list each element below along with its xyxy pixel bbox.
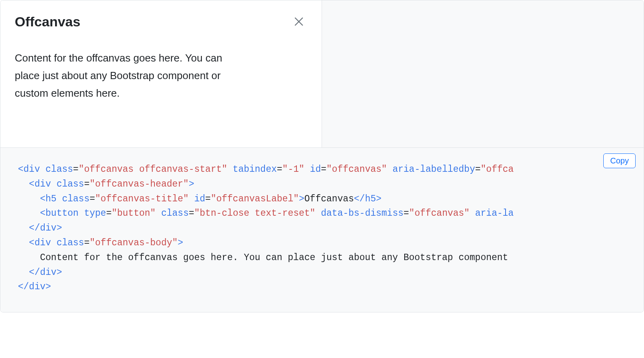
close-icon	[294, 16, 304, 27]
example-preview: Offcanvas Content for the offcanvas goes…	[0, 0, 644, 147]
example-container: Offcanvas Content for the offcanvas goes…	[0, 0, 644, 312]
close-button[interactable]	[290, 13, 307, 30]
copy-button[interactable]: Copy	[603, 153, 636, 168]
offcanvas-panel: Offcanvas Content for the offcanvas goes…	[0, 0, 322, 147]
offcanvas-header: Offcanvas	[0, 0, 322, 40]
code-block: Copy <div class="offcanvas offcanvas-sta…	[0, 147, 644, 312]
offcanvas-title: Offcanvas	[15, 14, 80, 30]
code-snippet: <div class="offcanvas offcanvas-start" t…	[18, 162, 626, 294]
offcanvas-body: Content for the offcanvas goes here. You…	[0, 40, 256, 117]
preview-backdrop	[322, 0, 644, 147]
